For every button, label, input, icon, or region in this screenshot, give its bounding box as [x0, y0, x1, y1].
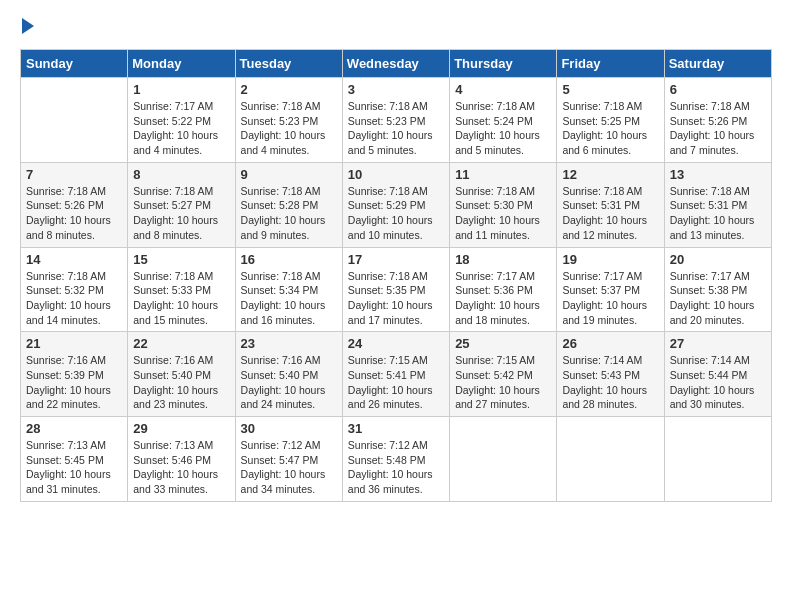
calendar-day-cell: 10Sunrise: 7:18 AMSunset: 5:29 PMDayligh… — [342, 162, 449, 247]
day-number: 3 — [348, 82, 444, 97]
calendar-day-cell: 29Sunrise: 7:13 AMSunset: 5:46 PMDayligh… — [128, 417, 235, 502]
day-number: 12 — [562, 167, 658, 182]
day-info: Sunrise: 7:16 AMSunset: 5:40 PMDaylight:… — [241, 353, 337, 412]
day-number: 13 — [670, 167, 766, 182]
day-info: Sunrise: 7:18 AMSunset: 5:33 PMDaylight:… — [133, 269, 229, 328]
calendar-day-cell: 26Sunrise: 7:14 AMSunset: 5:43 PMDayligh… — [557, 332, 664, 417]
day-info: Sunrise: 7:18 AMSunset: 5:24 PMDaylight:… — [455, 99, 551, 158]
calendar-day-cell: 9Sunrise: 7:18 AMSunset: 5:28 PMDaylight… — [235, 162, 342, 247]
day-number: 4 — [455, 82, 551, 97]
calendar-day-cell: 6Sunrise: 7:18 AMSunset: 5:26 PMDaylight… — [664, 78, 771, 163]
calendar-week-row: 1Sunrise: 7:17 AMSunset: 5:22 PMDaylight… — [21, 78, 772, 163]
day-number: 22 — [133, 336, 229, 351]
calendar-day-cell — [557, 417, 664, 502]
weekday-header-row: SundayMondayTuesdayWednesdayThursdayFrid… — [21, 50, 772, 78]
calendar-day-cell: 28Sunrise: 7:13 AMSunset: 5:45 PMDayligh… — [21, 417, 128, 502]
day-info: Sunrise: 7:18 AMSunset: 5:31 PMDaylight:… — [562, 184, 658, 243]
day-number: 14 — [26, 252, 122, 267]
calendar-day-cell: 25Sunrise: 7:15 AMSunset: 5:42 PMDayligh… — [450, 332, 557, 417]
day-info: Sunrise: 7:13 AMSunset: 5:46 PMDaylight:… — [133, 438, 229, 497]
day-info: Sunrise: 7:17 AMSunset: 5:38 PMDaylight:… — [670, 269, 766, 328]
day-info: Sunrise: 7:17 AMSunset: 5:37 PMDaylight:… — [562, 269, 658, 328]
calendar-day-cell: 12Sunrise: 7:18 AMSunset: 5:31 PMDayligh… — [557, 162, 664, 247]
day-info: Sunrise: 7:18 AMSunset: 5:31 PMDaylight:… — [670, 184, 766, 243]
page-header — [20, 20, 772, 34]
calendar-day-cell: 23Sunrise: 7:16 AMSunset: 5:40 PMDayligh… — [235, 332, 342, 417]
calendar-day-cell: 3Sunrise: 7:18 AMSunset: 5:23 PMDaylight… — [342, 78, 449, 163]
day-number: 24 — [348, 336, 444, 351]
day-number: 29 — [133, 421, 229, 436]
calendar-week-row: 14Sunrise: 7:18 AMSunset: 5:32 PMDayligh… — [21, 247, 772, 332]
day-info: Sunrise: 7:18 AMSunset: 5:26 PMDaylight:… — [670, 99, 766, 158]
day-info: Sunrise: 7:18 AMSunset: 5:27 PMDaylight:… — [133, 184, 229, 243]
calendar-day-cell: 22Sunrise: 7:16 AMSunset: 5:40 PMDayligh… — [128, 332, 235, 417]
day-info: Sunrise: 7:17 AMSunset: 5:22 PMDaylight:… — [133, 99, 229, 158]
day-number: 23 — [241, 336, 337, 351]
weekday-header-cell: Friday — [557, 50, 664, 78]
logo — [20, 20, 34, 34]
day-number: 15 — [133, 252, 229, 267]
calendar-day-cell: 13Sunrise: 7:18 AMSunset: 5:31 PMDayligh… — [664, 162, 771, 247]
day-info: Sunrise: 7:18 AMSunset: 5:28 PMDaylight:… — [241, 184, 337, 243]
calendar-week-row: 21Sunrise: 7:16 AMSunset: 5:39 PMDayligh… — [21, 332, 772, 417]
day-number: 1 — [133, 82, 229, 97]
day-info: Sunrise: 7:18 AMSunset: 5:32 PMDaylight:… — [26, 269, 122, 328]
calendar-day-cell: 19Sunrise: 7:17 AMSunset: 5:37 PMDayligh… — [557, 247, 664, 332]
calendar-day-cell: 24Sunrise: 7:15 AMSunset: 5:41 PMDayligh… — [342, 332, 449, 417]
calendar-day-cell: 4Sunrise: 7:18 AMSunset: 5:24 PMDaylight… — [450, 78, 557, 163]
day-info: Sunrise: 7:12 AMSunset: 5:47 PMDaylight:… — [241, 438, 337, 497]
calendar-day-cell: 15Sunrise: 7:18 AMSunset: 5:33 PMDayligh… — [128, 247, 235, 332]
day-number: 11 — [455, 167, 551, 182]
calendar-day-cell: 27Sunrise: 7:14 AMSunset: 5:44 PMDayligh… — [664, 332, 771, 417]
day-number: 17 — [348, 252, 444, 267]
calendar-day-cell: 16Sunrise: 7:18 AMSunset: 5:34 PMDayligh… — [235, 247, 342, 332]
day-info: Sunrise: 7:13 AMSunset: 5:45 PMDaylight:… — [26, 438, 122, 497]
day-number: 27 — [670, 336, 766, 351]
day-number: 28 — [26, 421, 122, 436]
day-info: Sunrise: 7:12 AMSunset: 5:48 PMDaylight:… — [348, 438, 444, 497]
day-number: 2 — [241, 82, 337, 97]
day-number: 6 — [670, 82, 766, 97]
day-info: Sunrise: 7:16 AMSunset: 5:40 PMDaylight:… — [133, 353, 229, 412]
day-info: Sunrise: 7:16 AMSunset: 5:39 PMDaylight:… — [26, 353, 122, 412]
day-info: Sunrise: 7:18 AMSunset: 5:25 PMDaylight:… — [562, 99, 658, 158]
weekday-header-cell: Saturday — [664, 50, 771, 78]
calendar-table: SundayMondayTuesdayWednesdayThursdayFrid… — [20, 49, 772, 502]
calendar-day-cell: 30Sunrise: 7:12 AMSunset: 5:47 PMDayligh… — [235, 417, 342, 502]
day-number: 19 — [562, 252, 658, 267]
day-info: Sunrise: 7:18 AMSunset: 5:23 PMDaylight:… — [241, 99, 337, 158]
day-info: Sunrise: 7:14 AMSunset: 5:43 PMDaylight:… — [562, 353, 658, 412]
day-info: Sunrise: 7:18 AMSunset: 5:29 PMDaylight:… — [348, 184, 444, 243]
weekday-header-cell: Wednesday — [342, 50, 449, 78]
day-number: 25 — [455, 336, 551, 351]
day-info: Sunrise: 7:18 AMSunset: 5:34 PMDaylight:… — [241, 269, 337, 328]
day-info: Sunrise: 7:14 AMSunset: 5:44 PMDaylight:… — [670, 353, 766, 412]
day-info: Sunrise: 7:18 AMSunset: 5:35 PMDaylight:… — [348, 269, 444, 328]
day-number: 18 — [455, 252, 551, 267]
calendar-day-cell — [21, 78, 128, 163]
weekday-header-cell: Sunday — [21, 50, 128, 78]
day-number: 5 — [562, 82, 658, 97]
calendar-day-cell: 31Sunrise: 7:12 AMSunset: 5:48 PMDayligh… — [342, 417, 449, 502]
day-info: Sunrise: 7:15 AMSunset: 5:41 PMDaylight:… — [348, 353, 444, 412]
calendar-day-cell — [450, 417, 557, 502]
day-number: 7 — [26, 167, 122, 182]
calendar-day-cell: 17Sunrise: 7:18 AMSunset: 5:35 PMDayligh… — [342, 247, 449, 332]
weekday-header-cell: Tuesday — [235, 50, 342, 78]
day-info: Sunrise: 7:17 AMSunset: 5:36 PMDaylight:… — [455, 269, 551, 328]
day-number: 16 — [241, 252, 337, 267]
calendar-day-cell: 5Sunrise: 7:18 AMSunset: 5:25 PMDaylight… — [557, 78, 664, 163]
day-info: Sunrise: 7:15 AMSunset: 5:42 PMDaylight:… — [455, 353, 551, 412]
calendar-day-cell: 7Sunrise: 7:18 AMSunset: 5:26 PMDaylight… — [21, 162, 128, 247]
calendar-day-cell: 20Sunrise: 7:17 AMSunset: 5:38 PMDayligh… — [664, 247, 771, 332]
calendar-week-row: 28Sunrise: 7:13 AMSunset: 5:45 PMDayligh… — [21, 417, 772, 502]
day-info: Sunrise: 7:18 AMSunset: 5:23 PMDaylight:… — [348, 99, 444, 158]
day-number: 9 — [241, 167, 337, 182]
day-number: 21 — [26, 336, 122, 351]
logo-arrow-icon — [22, 18, 34, 34]
calendar-day-cell: 11Sunrise: 7:18 AMSunset: 5:30 PMDayligh… — [450, 162, 557, 247]
calendar-day-cell: 18Sunrise: 7:17 AMSunset: 5:36 PMDayligh… — [450, 247, 557, 332]
day-number: 8 — [133, 167, 229, 182]
day-number: 10 — [348, 167, 444, 182]
day-number: 26 — [562, 336, 658, 351]
